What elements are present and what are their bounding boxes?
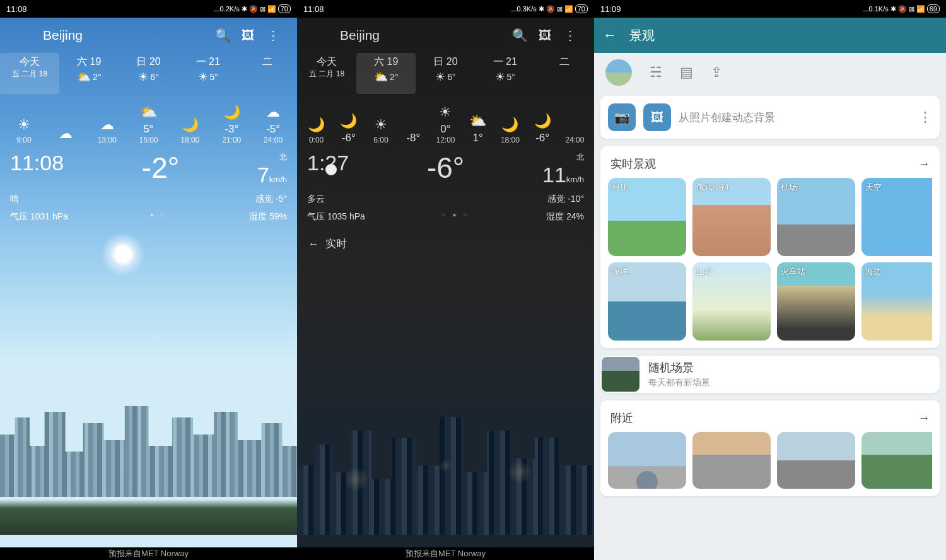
humidity: 湿度 24% xyxy=(546,211,584,223)
skyline-graphic xyxy=(297,371,594,535)
current-conditions[interactable]: 11:08 -2° 北 7km/h 晴 感觉 -5° 气压 1031 hPa ●… xyxy=(0,144,297,229)
search-icon[interactable]: 🔍 xyxy=(210,28,235,43)
page-title: 景观 xyxy=(629,27,655,44)
day-tab[interactable]: 六 19⛅2° xyxy=(356,53,416,94)
slider-thumb[interactable] xyxy=(325,164,337,175)
section-title: 实时景观 xyxy=(610,156,656,172)
random-title: 随机场景 xyxy=(648,360,710,375)
hour-cell: ☀0°12:00 xyxy=(429,94,462,144)
location-name[interactable]: Beijing xyxy=(11,28,210,43)
day-tab[interactable]: 二 xyxy=(535,53,594,94)
status-bar: 11:08 ...0.2K/s ✱ 🔕 ⊠ 📶 70 xyxy=(0,0,297,18)
search-icon[interactable]: 🔍 xyxy=(507,28,532,43)
more-icon[interactable]: ⋮ xyxy=(918,109,932,125)
hour-cell: -8° xyxy=(397,94,429,144)
bluetooth-icon: ✱ xyxy=(891,5,896,13)
status-net: ...0.2K/s xyxy=(214,5,239,13)
hour-forecast[interactable]: ☀9:00☁☁13:00⛅5°15:00🌙18:00🌙-3°21:00☁-5°2… xyxy=(0,94,297,144)
nearby-card: 附近 → xyxy=(600,400,940,496)
hour-cell: ☀6:00 xyxy=(365,94,397,144)
live-tiles-row-2: 海洋山谷火车站海边 xyxy=(608,262,932,341)
mute-icon: 🔕 xyxy=(898,5,907,13)
more-icon[interactable]: ⋮ xyxy=(260,28,286,43)
phone-day-weather: 11:08 ...0.2K/s ✱ 🔕 ⊠ 📶 70 Beijing 🔍 🖼 ⋮… xyxy=(0,0,297,560)
skyline-graphic xyxy=(0,358,297,535)
day-tab[interactable]: 一 21☀5° xyxy=(178,53,238,94)
current-wind: 北 7km/h xyxy=(257,151,287,187)
location-name[interactable]: Beijing xyxy=(308,28,507,43)
hour-cell: 🌙18:00 xyxy=(494,94,526,144)
status-bar: 11:08 ...0.3K/s ✱ 🔕 ⊠ 📶 70 xyxy=(297,0,594,18)
hour-cell: ☁-5°24:00 xyxy=(252,94,294,144)
arrow-right-icon[interactable]: → xyxy=(918,158,930,171)
create-label: 从照片创建动态背景 xyxy=(679,110,911,125)
comment-icon[interactable]: ▤ xyxy=(680,64,693,81)
top-bar: Beijing 🔍 🖼 ⋮ xyxy=(297,18,594,53)
landscape-tile[interactable]: 海洋 xyxy=(608,262,686,341)
battery: 70 xyxy=(278,4,291,13)
x-icon: ⊠ xyxy=(260,5,266,13)
day-tab[interactable]: 二 xyxy=(238,53,297,94)
hour-cell: ⛅1° xyxy=(462,94,494,144)
day-tab[interactable]: 日 20☀6° xyxy=(416,53,475,94)
bluetooth-icon: ✱ xyxy=(242,5,247,13)
phone-night-weather: 11:08 ...0.3K/s ✱ 🔕 ⊠ 📶 70 Beijing 🔍 🖼 ⋮… xyxy=(297,0,594,560)
live-tiles-row-1: 村庄俄式小镇机场天空 xyxy=(608,178,932,256)
landscape-tile[interactable] xyxy=(608,432,686,489)
day-tab[interactable]: 六 19⛅2° xyxy=(59,53,119,94)
landscape-tile[interactable]: 海边 xyxy=(861,262,932,341)
status-time: 11:08 xyxy=(6,4,27,14)
random-sub: 每天都有新场景 xyxy=(648,377,710,388)
battery: 70 xyxy=(575,4,588,13)
back-to-live[interactable]: ← 实时 xyxy=(297,229,594,259)
landscape-icon[interactable]: 🖼 xyxy=(532,28,558,43)
sun-graphic xyxy=(101,232,145,276)
top-bar: Beijing 🔍 🖼 ⋮ xyxy=(0,18,297,53)
landscape-tile[interactable]: 俄式小镇 xyxy=(692,178,771,256)
tune-icon[interactable]: ☵ xyxy=(650,64,662,81)
hour-cell: ⛅5°15:00 xyxy=(128,94,170,144)
day-tabs: 今天五 二月 18六 19⛅2°日 20☀6°一 21☀5°二 xyxy=(297,53,594,94)
attribution: 预报来自MET Norway xyxy=(297,547,594,560)
status-net: ...0.3K/s xyxy=(511,5,536,13)
landscape-tile[interactable]: 火车站 xyxy=(777,262,855,341)
random-scene-card[interactable]: 随机场景 每天都有新场景 xyxy=(600,356,940,393)
arrow-right-icon[interactable]: → xyxy=(918,412,930,425)
day-tab[interactable]: 一 21☀5° xyxy=(476,53,535,94)
condition-text: 晴 xyxy=(10,194,19,205)
share-icon[interactable]: ⇪ xyxy=(711,64,722,81)
landscape-tile[interactable]: 山谷 xyxy=(692,262,771,341)
hour-forecast[interactable]: 🌙0:00🌙-6°☀6:00-8°☀0°12:00⛅1°🌙18:00🌙-6°24… xyxy=(297,94,594,144)
more-icon[interactable]: ⋮ xyxy=(558,28,583,43)
landscape-tile[interactable]: 村庄 xyxy=(608,178,686,256)
create-from-photo: 📷 🖼 从照片创建动态背景 ⋮ xyxy=(600,96,940,139)
landscape-tile[interactable] xyxy=(692,432,771,489)
battery: 69 xyxy=(927,4,940,13)
gallery-button[interactable]: 🖼 xyxy=(643,103,671,131)
wifi-icon: 📶 xyxy=(267,5,276,13)
day-tab[interactable]: 今天五 二月 18 xyxy=(0,53,59,94)
attribution: 预报来自MET Norway xyxy=(0,547,297,560)
current-conditions[interactable]: 1:27 -6° 北 11km/h 多云 感觉 -10° 气压 1035 hPa… xyxy=(297,144,594,229)
hour-cell: ☁ xyxy=(45,94,86,144)
landscape-tile[interactable] xyxy=(861,432,932,489)
hour-cell: 🌙-6° xyxy=(332,94,365,144)
bluetooth-icon: ✱ xyxy=(539,5,544,13)
mute-icon: 🔕 xyxy=(249,5,258,13)
time-slider[interactable] xyxy=(297,169,594,170)
nearby-tiles xyxy=(608,432,932,489)
day-tab[interactable]: 今天五 二月 18 xyxy=(297,53,356,94)
page-dots[interactable]: ○ ● ○ xyxy=(442,211,470,223)
back-icon[interactable]: ← xyxy=(603,27,617,44)
camera-button[interactable]: 📷 xyxy=(608,103,636,131)
current-landscape-avatar[interactable] xyxy=(605,59,632,86)
landscape-tile[interactable]: 天空 xyxy=(861,178,932,256)
landscape-tile[interactable]: 机场 xyxy=(777,178,855,256)
landscape-icon[interactable]: 🖼 xyxy=(235,28,260,43)
status-bar: 11:09 ...0.1K/s ✱ 🔕 ⊠ 📶 69 xyxy=(594,0,946,18)
page-dots[interactable]: ● ○ xyxy=(150,211,167,223)
landscape-tile[interactable] xyxy=(777,432,855,489)
day-tab[interactable]: 日 20☀6° xyxy=(119,53,178,94)
status-time: 11:09 xyxy=(600,4,621,14)
hour-cell: 🌙0:00 xyxy=(300,94,332,144)
